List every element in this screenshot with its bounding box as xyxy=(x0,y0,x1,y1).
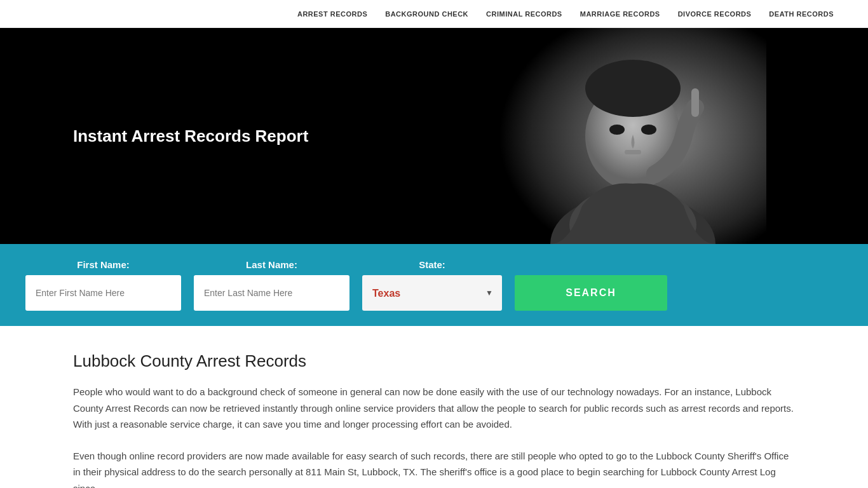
main-content: Lubbock County Arrest Records People who… xyxy=(0,326,868,488)
content-paragraph-1: People who would want to do a background… xyxy=(73,384,795,433)
search-bar: First Name: Last Name: State: AlabamaAla… xyxy=(0,244,868,326)
hero-section: Instant Arrest Records Report xyxy=(0,28,868,244)
last-name-label: Last Name: xyxy=(194,259,349,270)
search-button[interactable]: SEARCH xyxy=(515,275,667,311)
first-name-field: First Name: xyxy=(25,259,181,311)
last-name-input[interactable] xyxy=(194,275,349,311)
state-select-wrapper: AlabamaAlaskaArizonaArkansasCaliforniaCo… xyxy=(362,275,502,311)
first-name-input[interactable] xyxy=(25,275,181,311)
hero-title: Instant Arrest Records Report xyxy=(0,126,308,146)
nav-marriage-records[interactable]: MARRIAGE RECORDS xyxy=(571,10,669,18)
svg-point-6 xyxy=(609,125,625,135)
state-field: State: AlabamaAlaskaArizonaArkansasCalif… xyxy=(362,259,502,311)
content-heading: Lubbock County Arrest Records xyxy=(73,351,795,371)
state-label: State: xyxy=(362,259,502,270)
nav-background-check[interactable]: BACKGROUND CHECK xyxy=(376,10,477,18)
nav-arrest-records[interactable]: ARREST RECORDS xyxy=(288,10,376,18)
first-name-label: First Name: xyxy=(25,259,181,270)
hero-person-image xyxy=(499,28,766,244)
last-name-field: Last Name: xyxy=(194,259,349,311)
navigation: ARREST RECORDS BACKGROUND CHECK CRIMINAL… xyxy=(0,0,868,28)
nav-divorce-records[interactable]: DIVORCE RECORDS xyxy=(669,10,761,18)
svg-point-5 xyxy=(585,60,681,117)
svg-rect-9 xyxy=(691,88,699,117)
nav-death-records[interactable]: DEATH RECORDS xyxy=(760,10,843,18)
nav-criminal-records[interactable]: CRIMINAL RECORDS xyxy=(477,10,571,18)
svg-point-7 xyxy=(641,125,656,135)
content-paragraph-2: Even though online record providers are … xyxy=(73,448,795,489)
state-select[interactable]: AlabamaAlaskaArizonaArkansasCaliforniaCo… xyxy=(362,275,502,311)
svg-rect-8 xyxy=(625,150,641,154)
